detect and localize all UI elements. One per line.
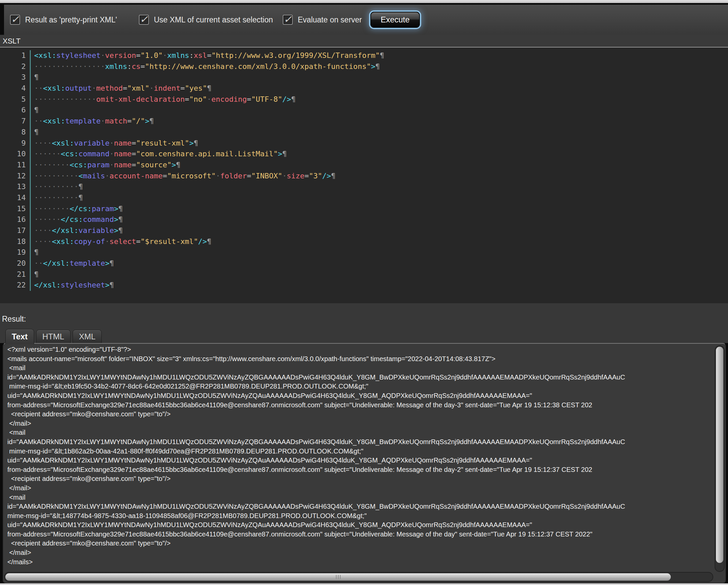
toolbar-panel: ✓Result as 'pretty-print XML'✓Use XML of… — [4, 5, 728, 35]
scrollbar-grip-icon — [336, 575, 341, 579]
code-line-content: ¶ — [34, 247, 38, 258]
line-number: 20 — [0, 258, 31, 269]
result-panel: <?xml version="1.0" encoding="UTF-8"?><m… — [3, 343, 726, 583]
tab-html[interactable]: HTML — [36, 330, 71, 343]
code-line: 14··········¶ — [0, 193, 728, 203]
tab-text[interactable]: Text — [5, 329, 34, 345]
code-line: 2················xmlns:cs="http://www.ce… — [0, 61, 728, 72]
horizontal-scrollbar[interactable] — [4, 572, 713, 582]
line-number: 21 — [0, 269, 31, 280]
code-line: 12··········<mails·account-name="microso… — [0, 171, 728, 182]
line-number: 4 — [0, 83, 31, 94]
result-line: id="AAMkADRkNDM1Y2IxLWY1MWYtNDAwNy1hMDU1… — [7, 373, 712, 382]
line-number: 22 — [0, 280, 31, 291]
code-line: 21¶ — [0, 269, 728, 280]
line-number: 9 — [0, 138, 31, 149]
result-line: <?xml version="1.0" encoding="UTF-8"?> — [7, 345, 712, 354]
code-line-content: ··<xsl:output·method="xml"·indent="yes"¶ — [34, 83, 211, 94]
result-tabs: TextHTMLXML — [5, 329, 102, 343]
result-output[interactable]: <?xml version="1.0" encoding="UTF-8"?><m… — [7, 345, 712, 570]
result-line: </mail> — [7, 548, 712, 558]
code-line-content: ··········¶ — [34, 193, 83, 203]
code-line-content: ··</xsl:template>¶ — [34, 258, 114, 269]
checkbox-use-xml-of-current-asset-selection[interactable]: ✓Use XML of current asset selection — [139, 15, 273, 25]
toolbar: ✓Result as 'pretty-print XML'✓Use XML of… — [0, 3, 728, 35]
checkbox-evaluate-on-server[interactable]: ✓Evaluate on server — [283, 15, 362, 25]
code-line-content: ··············omit-xml-declaration="no"·… — [34, 94, 296, 105]
code-line-content: ··<xsl:template·match="/">¶ — [34, 116, 154, 127]
code-line-content: ····<xsl:variable·name="result-xml">¶ — [34, 138, 198, 149]
editor-label: XSLT — [0, 37, 20, 45]
tab-xml[interactable]: XML — [73, 330, 102, 343]
code-line: 4··<xsl:output·method="xml"·indent="yes"… — [0, 83, 728, 94]
result-line: uid="AAMkADRkNDM1Y2IxLWY1MWYtNDAwNy1hMDU… — [7, 391, 712, 401]
code-line-content: ¶ — [34, 127, 38, 138]
code-line-content: </xsl:stylesheet>¶ — [34, 280, 114, 291]
checkmark-icon[interactable]: ✓ — [139, 15, 149, 25]
line-number: 6 — [0, 105, 31, 116]
code-line-content: <xsl:stylesheet·version="1.0"·xmlns:xsl=… — [34, 50, 384, 61]
result-line: </mails> — [7, 558, 712, 567]
code-lines: 1<xsl:stylesheet·version="1.0"·xmlns:xsl… — [0, 50, 728, 291]
code-line: 20··</xsl:template>¶ — [0, 258, 728, 269]
line-number: 15 — [0, 203, 31, 214]
result-line: id="AAMkADRkNDM1Y2IxLWY1MWYtNDAwNy1hMDU1… — [7, 437, 712, 447]
code-line: 1<xsl:stylesheet·version="1.0"·xmlns:xsl… — [0, 50, 728, 61]
code-line: 11········<cs:param·name="source">¶ — [0, 160, 728, 171]
vertical-scrollbar-thumb[interactable] — [716, 347, 723, 563]
code-line: 22</xsl:stylesheet>¶ — [0, 280, 728, 291]
result-line: <mails account-name="microsoft" folder="… — [7, 354, 712, 364]
result-line: </mail> — [7, 484, 712, 493]
code-line-content: ··········<mails·account-name="microsoft… — [34, 171, 336, 182]
line-number: 12 — [0, 171, 31, 182]
code-line: 13··········¶ — [0, 181, 728, 193]
result-line: <mail — [7, 493, 712, 502]
code-line: 8¶ — [0, 127, 728, 138]
code-line-content: ······<cs:command·name="com.censhare.api… — [34, 149, 287, 160]
checkbox-label: Use XML of current asset selection — [154, 16, 273, 24]
result-line: <recipient address="mko@censhare.com" ty… — [7, 539, 712, 548]
result-line: <mail — [7, 428, 712, 437]
result-line: uid="AAMkADRkNDM1Y2IxLWY1MWYtNDAwNy1hMDU… — [7, 520, 712, 530]
checkmark-icon[interactable]: ✓ — [283, 15, 293, 25]
code-line: 15········</cs:param>¶ — [0, 203, 728, 214]
result-line: mime-msg-id="&lt;eb19fc50-34b2-4077-8dc6… — [7, 382, 712, 391]
code-line: 9····<xsl:variable·name="result-xml">¶ — [0, 138, 728, 149]
code-line-content: ¶ — [34, 105, 38, 116]
line-number: 5 — [0, 94, 31, 105]
checkbox-result-as-pretty-print-xml[interactable]: ✓Result as 'pretty-print XML' — [10, 15, 117, 25]
code-line: 6¶ — [0, 105, 728, 116]
result-line: uid="AAMkADRkNDM1Y2IxLWY1MWYtNDAwNy1hMDU… — [7, 456, 712, 465]
line-number: 18 — [0, 236, 31, 247]
execute-button[interactable]: Execute — [370, 12, 420, 28]
code-line: 7··<xsl:template·match="/">¶ — [0, 116, 728, 127]
horizontal-scrollbar-thumb[interactable] — [5, 573, 671, 581]
code-line-content: ····<xsl:copy-of·select="$result-xml"/>¶ — [34, 236, 211, 247]
result-line: <mail — [7, 363, 712, 373]
line-number: 14 — [0, 193, 31, 203]
code-line-content: ¶ — [34, 269, 38, 280]
vertical-scrollbar[interactable] — [714, 346, 725, 572]
result-line: from-address="MicrosoftExchange329e71ec8… — [7, 401, 712, 410]
result-line: mime-msg-id="&lt;148774b4-9875-4330-aa18… — [7, 511, 712, 521]
line-number: 13 — [0, 181, 31, 193]
result-line: mime-msg-id="&lt;1b862a2b-00aa-42a1-880f… — [7, 447, 712, 456]
line-number: 11 — [0, 160, 31, 171]
code-line: 18····<xsl:copy-of·select="$result-xml"/… — [0, 236, 728, 247]
checkmark-icon[interactable]: ✓ — [10, 15, 20, 25]
code-line-content: ········<cs:param·name="source">¶ — [34, 160, 180, 171]
code-line-content: ··········¶ — [34, 181, 83, 193]
code-line: 16······</cs:command>¶ — [0, 214, 728, 225]
code-line-content: ¶ — [34, 72, 38, 83]
checkbox-label: Evaluate on server — [298, 16, 362, 24]
result-line: id="AAMkADRkNDM1Y2IxLWY1MWYtNDAwNy1hMDU1… — [7, 502, 712, 511]
xslt-tool-window: ✓Result as 'pretty-print XML'✓Use XML of… — [0, 0, 728, 585]
line-number: 1 — [0, 50, 31, 61]
xslt-code-editor[interactable]: 1<xsl:stylesheet·version="1.0"·xmlns:xsl… — [0, 47, 728, 303]
result-header: Result: TextHTMLXML — [0, 303, 728, 343]
line-number: 19 — [0, 247, 31, 258]
code-line-content: ······</cs:command>¶ — [34, 214, 123, 225]
result-line: </mail> — [7, 419, 712, 428]
line-number: 16 — [0, 214, 31, 225]
window-edge-top — [0, 0, 728, 3]
